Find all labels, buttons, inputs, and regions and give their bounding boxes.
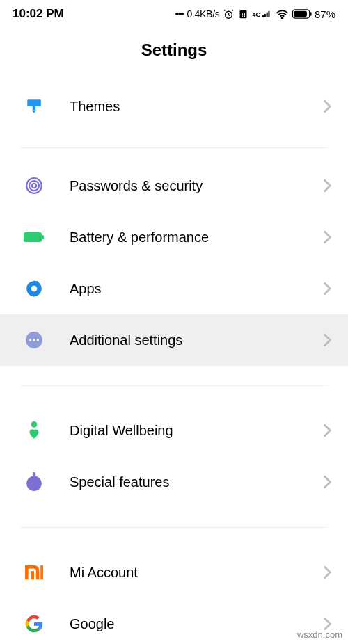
additional-icon <box>24 330 45 351</box>
settings-item-label: Mi Account <box>70 565 323 581</box>
status-time: 10:02 PM <box>13 7 64 21</box>
settings-item-miaccount[interactable]: Mi Account <box>0 547 348 598</box>
group-divider <box>0 132 348 160</box>
themes-icon <box>24 96 45 117</box>
svg-rect-29 <box>33 472 35 476</box>
svg-rect-19 <box>24 232 42 242</box>
wellbeing-icon <box>24 420 45 441</box>
settings-item-battery[interactable]: Battery & performance <box>0 211 348 263</box>
svg-point-26 <box>33 339 35 341</box>
svg-point-27 <box>37 339 39 341</box>
chevron-right-icon <box>323 333 331 347</box>
google-icon <box>24 613 45 634</box>
svg-rect-2 <box>242 13 243 15</box>
chevron-right-icon <box>323 617 331 631</box>
svg-point-17 <box>29 181 39 191</box>
settings-item-wellbeing[interactable]: Digital Wellbeing <box>0 405 348 456</box>
network-speed: 0.4KB/s <box>187 8 220 19</box>
status-indicators: ••• 0.4KB/s 4G 87% <box>175 8 335 20</box>
page-title: Settings <box>0 25 348 81</box>
chevron-right-icon <box>323 282 331 296</box>
settings-item-label: Themes <box>70 99 323 115</box>
settings-item-label: Passwords & security <box>70 178 323 194</box>
battery-perf-icon <box>24 227 45 248</box>
svg-rect-3 <box>244 13 246 15</box>
settings-item-apps[interactable]: Apps <box>0 263 348 314</box>
svg-rect-4 <box>242 15 243 17</box>
svg-rect-13 <box>310 12 312 16</box>
svg-rect-8 <box>267 13 268 17</box>
settings-item-label: Digital Wellbeing <box>70 423 323 439</box>
chevron-right-icon <box>323 565 331 579</box>
settings-item-label: Battery & performance <box>70 230 323 245</box>
settings-item-label: Google <box>70 616 323 632</box>
svg-rect-5 <box>244 15 246 17</box>
special-icon <box>24 472 45 492</box>
apps-icon <box>24 278 45 299</box>
svg-rect-7 <box>264 14 266 17</box>
chevron-right-icon <box>323 424 331 437</box>
network-type: 4G <box>252 10 272 18</box>
svg-rect-6 <box>262 15 264 17</box>
sim-icon <box>238 9 248 19</box>
svg-point-23 <box>31 286 38 292</box>
group-divider <box>0 508 348 547</box>
svg-rect-32 <box>40 565 43 579</box>
svg-rect-12 <box>294 11 307 17</box>
alarm-icon <box>223 8 235 20</box>
chevron-right-icon <box>323 99 331 113</box>
settings-list: Themes Passwords & security Battery & pe… <box>0 81 348 644</box>
settings-item-google[interactable]: Google <box>0 598 348 644</box>
chevron-right-icon <box>323 230 331 244</box>
battery-icon <box>292 9 312 19</box>
svg-rect-15 <box>33 106 35 110</box>
svg-point-10 <box>281 17 283 19</box>
settings-item-themes[interactable]: Themes <box>0 81 348 132</box>
svg-point-18 <box>32 184 37 188</box>
svg-point-30 <box>26 476 42 491</box>
settings-item-additional[interactable]: Additional settings <box>0 314 348 366</box>
settings-item-label: Apps <box>70 281 323 297</box>
svg-rect-20 <box>42 235 44 239</box>
watermark: wsxdn.com <box>297 629 342 640</box>
settings-item-passwords[interactable]: Passwords & security <box>0 160 348 211</box>
group-divider <box>0 366 348 405</box>
chevron-right-icon <box>323 179 331 193</box>
mi-icon <box>24 562 45 583</box>
settings-item-label: Additional settings <box>70 332 323 348</box>
svg-rect-31 <box>31 571 34 579</box>
status-bar: 10:02 PM ••• 0.4KB/s 4G 87% <box>0 0 348 25</box>
chevron-right-icon <box>323 475 331 489</box>
svg-point-25 <box>29 339 31 341</box>
more-icon: ••• <box>175 8 184 19</box>
settings-item-special[interactable]: Special features <box>0 456 348 508</box>
svg-rect-9 <box>268 11 269 17</box>
svg-rect-1 <box>240 10 247 17</box>
battery-percent: 87% <box>315 8 335 20</box>
svg-rect-14 <box>27 99 41 106</box>
battery-indicator: 87% <box>292 8 335 20</box>
fingerprint-icon <box>24 175 45 196</box>
svg-point-28 <box>31 421 38 428</box>
settings-item-label: Special features <box>70 474 323 490</box>
wifi-icon <box>276 9 289 19</box>
